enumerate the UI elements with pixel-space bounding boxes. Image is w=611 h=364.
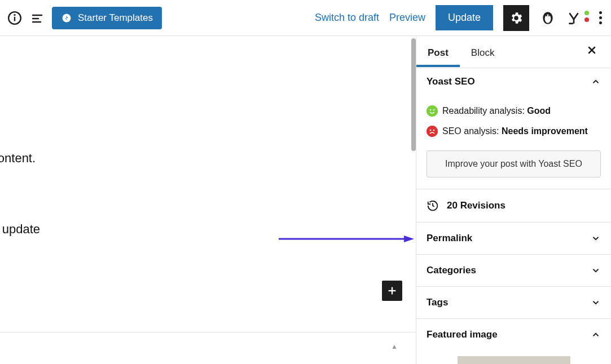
- yoast-y-icon: [566, 11, 581, 25]
- chevron-up-icon: [591, 330, 601, 340]
- annotation-arrow: [279, 235, 414, 243]
- svg-point-2: [14, 15, 15, 15]
- seo-analysis-row[interactable]: SEO analysis: Needs improvement: [427, 121, 601, 141]
- starter-templates-button[interactable]: Starter Templates: [52, 7, 162, 29]
- status-dot-red: [584, 17, 589, 22]
- post-title[interactable]: ost: [0, 87, 416, 117]
- document-overview-button[interactable]: [29, 10, 45, 26]
- preview-button[interactable]: Preview: [389, 12, 425, 24]
- info-icon: [7, 11, 22, 25]
- more-options-button[interactable]: [597, 7, 604, 29]
- post-paragraph[interactable]: lots of content.: [0, 151, 416, 166]
- tags-panel[interactable]: Tags: [416, 286, 611, 318]
- categories-panel[interactable]: Categories: [416, 254, 611, 286]
- list-icon: [30, 11, 44, 25]
- chevron-down-icon: [591, 298, 601, 308]
- permalink-title: Permalink: [427, 233, 472, 244]
- svg-point-17: [427, 105, 438, 117]
- yoast-panel-title: Yoast SEO: [427, 76, 475, 87]
- revisions-count-text: 20 Revisions: [447, 200, 505, 211]
- update-button[interactable]: Update: [436, 5, 493, 30]
- yoast-status-button[interactable]: [566, 10, 587, 26]
- starter-templates-label: Starter Templates: [78, 12, 153, 24]
- dot: [599, 21, 602, 24]
- editor-canvas[interactable]: ost lots of content. ere's an update ▲: [0, 36, 416, 364]
- svg-point-18: [430, 109, 432, 111]
- tags-title: Tags: [427, 297, 448, 308]
- svg-marker-14: [404, 236, 414, 242]
- editor-content: ost lots of content. ere's an update: [0, 87, 416, 237]
- settings-button[interactable]: [503, 5, 529, 31]
- topbar-right: Switch to draft Preview Update: [315, 5, 604, 31]
- tab-post[interactable]: Post: [416, 37, 460, 66]
- close-sidebar-button[interactable]: [582, 40, 602, 64]
- penguin-icon: [540, 11, 555, 25]
- svg-point-22: [433, 130, 435, 131]
- monster-insights-button[interactable]: [539, 10, 556, 26]
- svg-point-21: [430, 130, 432, 131]
- topbar-left: Starter Templates: [7, 7, 162, 29]
- add-block-button[interactable]: [382, 281, 402, 301]
- plus-icon: [386, 285, 398, 297]
- smiley-bad-icon: [427, 126, 438, 137]
- svg-point-20: [427, 126, 438, 137]
- svg-point-19: [433, 109, 435, 111]
- yoast-seo-panel: Yoast SEO Readability analysis: Good: [416, 68, 611, 189]
- status-dot-green: [584, 11, 589, 15]
- chevron-down-icon: [591, 265, 601, 276]
- sidebar-tabs: Post Block: [416, 36, 611, 68]
- featured-image-title: Featured image: [427, 329, 498, 340]
- permalink-panel[interactable]: Permalink: [416, 222, 611, 254]
- info-button[interactable]: [7, 10, 23, 26]
- top-toolbar: Starter Templates Switch to draft Previe…: [0, 0, 611, 36]
- readability-analysis-row[interactable]: Readability analysis: Good: [427, 101, 601, 121]
- gear-icon: [509, 11, 524, 25]
- svg-point-10: [548, 15, 550, 16]
- tab-block[interactable]: Block: [460, 37, 506, 66]
- featured-image-panel[interactable]: Featured image: [416, 318, 611, 350]
- close-icon: [586, 45, 597, 56]
- editor-scrollbar[interactable]: [411, 38, 416, 151]
- dot: [599, 16, 602, 19]
- scroll-to-top-button[interactable]: ▲: [391, 343, 398, 350]
- dot: [599, 11, 602, 14]
- chevron-up-icon: [591, 77, 601, 87]
- categories-title: Categories: [427, 265, 476, 276]
- improve-with-yoast-button[interactable]: Improve your post with Yoast SEO: [427, 150, 601, 177]
- smiley-good-icon: [427, 105, 438, 117]
- seo-label: SEO analysis: Needs improvement: [442, 126, 588, 136]
- svg-point-9: [546, 15, 548, 16]
- history-icon: [427, 199, 439, 212]
- switch-to-draft-button[interactable]: Switch to draft: [315, 12, 379, 24]
- chevron-down-icon: [591, 233, 601, 243]
- editor-separator: [0, 332, 416, 332]
- starter-templates-icon: [61, 12, 72, 24]
- yoast-panel-body: Readability analysis: Good SEO analysis:…: [416, 95, 611, 189]
- revisions-button[interactable]: 20 Revisions: [416, 189, 611, 222]
- featured-image-preview[interactable]: [458, 356, 570, 364]
- yoast-panel-header[interactable]: Yoast SEO: [416, 68, 611, 95]
- svg-point-8: [545, 14, 551, 23]
- readability-label: Readability analysis: Good: [442, 106, 551, 116]
- editor-body: ost lots of content. ere's an update ▲ P…: [0, 36, 611, 364]
- settings-sidebar: Post Block Yoast SEO Readabil: [416, 36, 611, 364]
